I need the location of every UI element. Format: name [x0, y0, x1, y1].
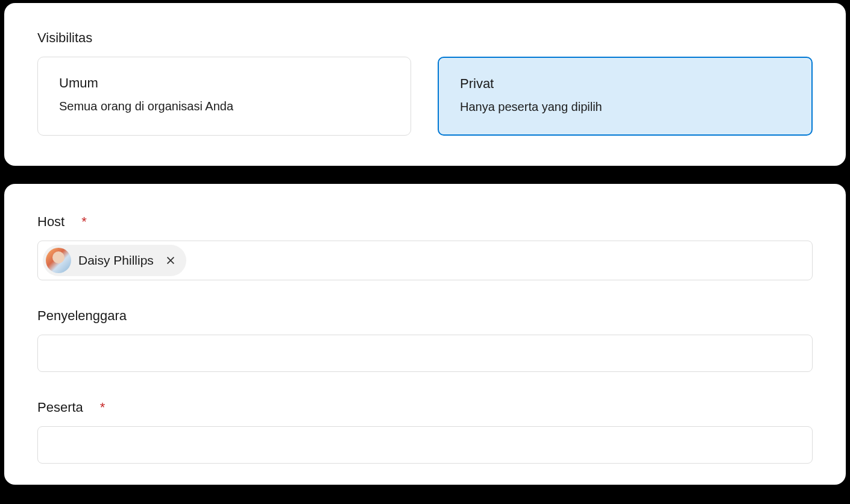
visibility-option-private[interactable]: Privat Hanya peserta yang dipilih — [438, 57, 813, 136]
people-panel: Host * Daisy Phillips Penyelenggara Pese… — [4, 184, 846, 485]
host-text-input[interactable] — [191, 246, 807, 275]
visibility-panel: Visibilitas Umum Semua orang di organisa… — [4, 3, 846, 166]
organizer-label-text: Penyelenggara — [37, 308, 127, 324]
visibility-option-private-title: Privat — [460, 76, 790, 92]
organizer-label: Penyelenggara — [37, 308, 813, 324]
host-field: Host * Daisy Phillips — [37, 214, 813, 280]
remove-chip-button[interactable] — [165, 254, 177, 266]
organizer-text-input[interactable] — [43, 339, 807, 368]
host-required-indicator: * — [81, 215, 87, 228]
host-input[interactable]: Daisy Phillips — [37, 241, 813, 280]
visibility-option-public-title: Umum — [59, 75, 389, 91]
participants-label: Peserta * — [37, 400, 813, 415]
visibility-label: Visibilitas — [37, 30, 813, 46]
participants-required-indicator: * — [100, 401, 105, 414]
host-label-text: Host — [37, 214, 65, 230]
close-icon — [165, 255, 176, 266]
visibility-option-public-desc: Semua orang di organisasi Anda — [59, 99, 389, 113]
participants-field: Peserta * — [37, 400, 813, 464]
avatar — [46, 248, 71, 273]
organizer-field: Penyelenggara — [37, 308, 813, 372]
visibility-options: Umum Semua orang di organisasi Anda Priv… — [37, 57, 813, 136]
host-chip: Daisy Phillips — [43, 245, 186, 276]
participants-input[interactable] — [37, 426, 813, 464]
participants-text-input[interactable] — [43, 430, 807, 459]
visibility-option-private-desc: Hanya peserta yang dipilih — [460, 100, 790, 114]
participants-label-text: Peserta — [37, 400, 83, 415]
organizer-input[interactable] — [37, 335, 813, 372]
visibility-option-public[interactable]: Umum Semua orang di organisasi Anda — [37, 57, 411, 136]
visibility-label-text: Visibilitas — [37, 30, 92, 46]
host-label: Host * — [37, 214, 813, 230]
host-chip-name: Daisy Phillips — [78, 253, 154, 268]
